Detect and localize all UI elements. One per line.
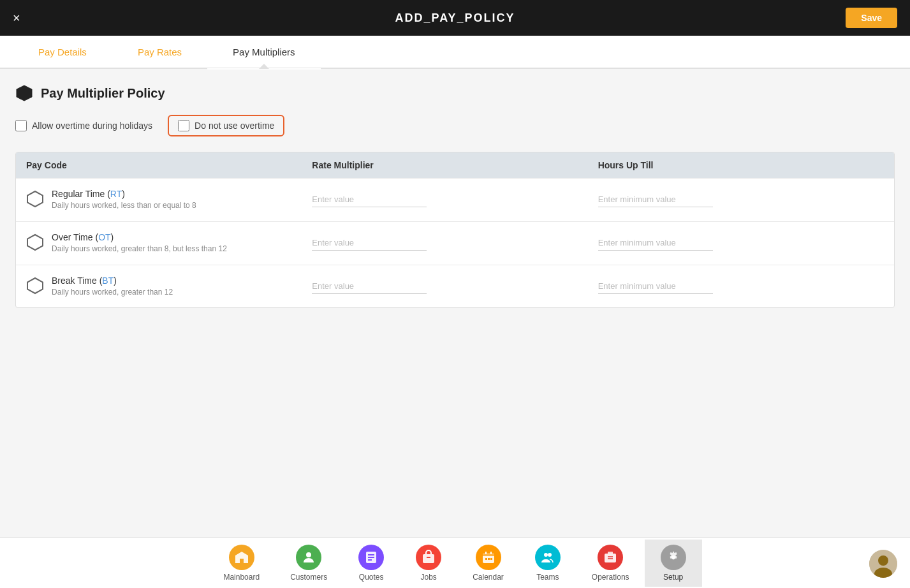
jobs-icon xyxy=(416,545,441,570)
nav-item-calendar[interactable]: Calendar xyxy=(457,540,519,587)
svg-rect-22 xyxy=(605,554,616,562)
svg-rect-23 xyxy=(608,552,613,554)
rt-name: Regular Time (RT) xyxy=(52,189,196,199)
do-not-use-overtime-checkbox[interactable] xyxy=(178,120,189,131)
rt-rate-input[interactable] xyxy=(312,192,427,207)
tab-pay-rates[interactable]: Pay Rates xyxy=(112,36,207,68)
ot-name: Over Time (OT) xyxy=(52,232,227,242)
save-button[interactable]: Save xyxy=(846,8,897,28)
hex-icon-bt xyxy=(26,277,44,295)
bt-hours-cell xyxy=(598,279,884,294)
nav-item-quotes[interactable]: Quotes xyxy=(342,540,400,587)
calendar-icon xyxy=(476,545,501,570)
svg-rect-17 xyxy=(485,558,487,560)
svg-marker-0 xyxy=(17,85,32,101)
allow-overtime-label: Allow overtime during holidays xyxy=(32,121,152,131)
teams-label: Teams xyxy=(536,573,559,582)
mainboard-label: Mainboard xyxy=(223,573,260,582)
main-content: Pay Multiplier Policy Allow overtime dur… xyxy=(0,69,910,537)
operations-label: Operations xyxy=(592,573,629,582)
customers-label: Customers xyxy=(290,573,327,582)
bt-rate-input[interactable] xyxy=(312,279,427,294)
col-header-hours-up-till: Hours Up Till xyxy=(598,160,884,170)
svg-rect-14 xyxy=(483,553,494,556)
nav-item-teams[interactable]: Teams xyxy=(519,540,576,587)
do-not-use-overtime-label: Do not use overtime xyxy=(194,121,274,131)
svg-marker-3 xyxy=(27,278,43,293)
pay-code-cell-rt: Regular Time (RT) Daily hours worked, le… xyxy=(26,189,312,211)
pay-code-cell-ot: Over Time (OT) Daily hours worked, great… xyxy=(26,232,312,254)
tabs-bar: Pay Details Pay Rates Pay Multipliers xyxy=(0,36,910,69)
ot-rate-cell xyxy=(312,235,598,251)
svg-rect-9 xyxy=(368,557,374,558)
svg-rect-5 xyxy=(240,559,244,563)
rt-hours-cell xyxy=(598,192,884,207)
svg-marker-2 xyxy=(27,235,43,250)
table-row: Break Time (BT) Daily hours worked, grea… xyxy=(16,265,894,308)
bt-rate-cell xyxy=(312,279,598,294)
quotes-icon xyxy=(358,545,384,570)
allow-overtime-checkbox[interactable] xyxy=(15,120,27,131)
allow-overtime-checkbox-label[interactable]: Allow overtime during holidays xyxy=(15,120,152,131)
rt-hours-input[interactable] xyxy=(598,192,713,207)
hex-icon-rt xyxy=(26,190,44,208)
ot-hours-input[interactable] xyxy=(598,235,713,251)
svg-point-20 xyxy=(544,553,548,557)
quotes-label: Quotes xyxy=(359,573,384,582)
ot-desc: Daily hours worked, greater than 8, but … xyxy=(52,244,227,254)
pay-code-cell-bt: Break Time (BT) Daily hours worked, grea… xyxy=(26,276,312,298)
nav-item-customers[interactable]: Customers xyxy=(275,540,342,587)
table-header: Pay Code Rate Multiplier Hours Up Till xyxy=(16,152,894,178)
teams-icon xyxy=(535,545,561,570)
nav-item-mainboard[interactable]: Mainboard xyxy=(208,540,275,587)
svg-rect-12 xyxy=(427,557,430,558)
svg-rect-11 xyxy=(423,554,434,563)
svg-point-6 xyxy=(306,552,311,557)
svg-rect-18 xyxy=(488,558,490,560)
bottom-nav: Mainboard Customers Quotes xyxy=(0,537,910,588)
mainboard-icon xyxy=(229,545,254,570)
setup-label: Setup xyxy=(663,573,683,582)
rt-desc: Daily hours worked, less than or equal t… xyxy=(52,200,196,211)
operations-icon xyxy=(598,545,623,570)
tab-pay-details[interactable]: Pay Details xyxy=(13,36,112,68)
bt-name: Break Time (BT) xyxy=(52,276,173,286)
customers-icon xyxy=(296,545,321,570)
ot-info: Over Time (OT) Daily hours worked, great… xyxy=(52,232,227,254)
rt-info: Regular Time (RT) Daily hours worked, le… xyxy=(52,189,196,211)
close-button[interactable]: × xyxy=(13,11,20,24)
table-row: Over Time (OT) Daily hours worked, great… xyxy=(16,221,894,265)
jobs-label: Jobs xyxy=(420,573,436,582)
svg-marker-1 xyxy=(27,191,43,207)
nav-item-jobs[interactable]: Jobs xyxy=(400,540,457,587)
bt-desc: Daily hours worked, greater than 12 xyxy=(52,287,173,298)
svg-point-21 xyxy=(548,553,552,557)
svg-rect-8 xyxy=(368,554,374,555)
rt-rate-cell xyxy=(312,192,598,207)
svg-rect-19 xyxy=(490,558,492,560)
nav-item-setup[interactable]: Setup xyxy=(645,540,702,587)
setup-icon xyxy=(661,545,686,570)
nav-item-operations[interactable]: Operations xyxy=(576,540,645,587)
col-header-rate-multiplier: Rate Multiplier xyxy=(312,160,598,170)
pay-table: Pay Code Rate Multiplier Hours Up Till R… xyxy=(15,152,895,308)
header: × ADD_PAY_POLICY Save xyxy=(0,0,910,36)
ot-rate-input[interactable] xyxy=(312,235,427,251)
page-title: ADD_PAY_POLICY xyxy=(395,11,515,25)
ot-hours-cell xyxy=(598,235,884,251)
section-title-icon xyxy=(15,84,33,102)
svg-point-28 xyxy=(878,555,888,566)
tab-pay-multipliers[interactable]: Pay Multipliers xyxy=(207,36,321,68)
section-title-row: Pay Multiplier Policy xyxy=(15,84,895,102)
checkbox-row: Allow overtime during holidays Do not us… xyxy=(15,115,895,136)
user-avatar[interactable] xyxy=(869,550,897,578)
calendar-label: Calendar xyxy=(473,573,504,582)
section-title-text: Pay Multiplier Policy xyxy=(41,86,165,101)
bt-info: Break Time (BT) Daily hours worked, grea… xyxy=(52,276,173,298)
bt-hours-input[interactable] xyxy=(598,279,713,294)
svg-rect-10 xyxy=(368,559,372,561)
table-row: Regular Time (RT) Daily hours worked, le… xyxy=(16,178,894,221)
do-not-use-overtime-checkbox-label[interactable]: Do not use overtime xyxy=(168,115,284,136)
col-header-pay-code: Pay Code xyxy=(26,160,312,170)
hex-icon-ot xyxy=(26,233,44,251)
